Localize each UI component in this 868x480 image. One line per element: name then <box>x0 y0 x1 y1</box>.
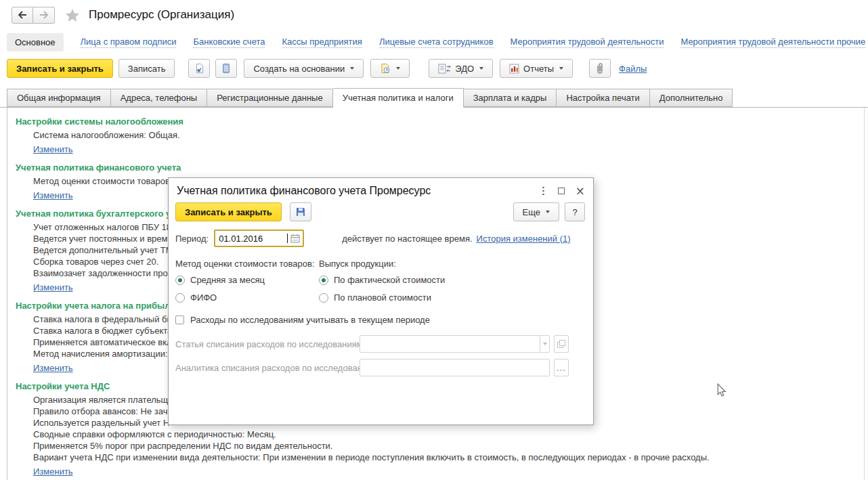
open-list-icon <box>557 339 566 349</box>
dialog-more-button[interactable]: Еще <box>513 202 559 221</box>
create-based-on-button[interactable]: Создать на основании <box>244 59 364 78</box>
production-output-group: Выпуск продукции: По фактической стоимос… <box>319 259 462 310</box>
reminder-menu-button[interactable] <box>370 59 410 78</box>
dialog-toolbar: Записать и закрыть Еще ? <box>169 197 593 221</box>
tab-general-info[interactable]: Общая информация <box>7 89 111 107</box>
section-text: Применяется 5% порог при распределении Н… <box>33 440 864 452</box>
calendar-picker-button[interactable] <box>288 231 303 246</box>
history-nav <box>12 7 55 24</box>
change-link[interactable]: Изменить <box>33 144 73 154</box>
mouse-cursor-icon <box>716 383 726 399</box>
radio-label: Средняя за месяц <box>190 275 265 285</box>
form-header: Промресурс (Организация) <box>0 0 868 30</box>
period-input[interactable]: 01.01.2016 <box>214 230 304 247</box>
document-arrow-icon <box>194 63 204 74</box>
page-title: Промресурс (Организация) <box>89 8 234 22</box>
chevron-down-icon <box>479 67 483 70</box>
dialog-help-button[interactable]: ? <box>565 202 585 221</box>
section-title: Настройки системы налогообложения <box>16 116 864 127</box>
expense-item-input[interactable] <box>360 335 540 353</box>
reread-button[interactable] <box>188 59 210 78</box>
dialog-menu-button[interactable] <box>540 186 547 197</box>
change-link[interactable]: Изменить <box>33 190 73 200</box>
nav-link-cash-desks[interactable]: Кассы предприятия <box>282 37 362 48</box>
tab-registration-data[interactable]: Регистрационные данные <box>207 89 332 107</box>
expense-item-label: Статья списания расходов по исследования… <box>175 339 360 349</box>
nav-link-labor-events-other[interactable]: Мероприятия трудовой деятельности прочие <box>680 37 865 48</box>
change-link[interactable]: Изменить <box>33 363 73 373</box>
reports-menu-button[interactable]: Отчеты <box>500 59 573 78</box>
period-label: Период: <box>175 234 209 244</box>
forward-button[interactable] <box>33 7 55 24</box>
chevron-down-icon <box>546 211 550 213</box>
nav-link-signers[interactable]: Лица с правом подписи <box>81 37 177 48</box>
attach-file-button[interactable] <box>589 59 611 78</box>
analytics-select-button[interactable]: ... <box>554 359 569 376</box>
dialog-maximize-button[interactable] <box>558 188 565 194</box>
nav-link-labor-events[interactable]: Мероприятия трудовой деятельности <box>511 37 664 48</box>
section-tax-system: Настройки системы налогообложения Систем… <box>16 116 864 159</box>
dialog-save-and-close-button[interactable]: Записать и закрыть <box>175 202 282 221</box>
save-and-close-button[interactable]: Записать и закрыть <box>7 59 113 78</box>
radio-selected-icon <box>175 276 185 285</box>
favorite-star-icon[interactable] <box>65 8 80 22</box>
dialog-close-button[interactable]: × <box>576 186 585 197</box>
radio-unselected-icon <box>319 293 328 303</box>
radio-unselected-icon <box>175 293 185 303</box>
research-fields: Статья списания расходов по исследования… <box>169 335 593 376</box>
related-documents-button[interactable] <box>215 59 237 78</box>
dialog-save-button[interactable] <box>290 202 311 221</box>
research-expenses-checkbox-row[interactable]: Расходы по исследованиям учитывать в тек… <box>169 315 593 325</box>
database-icon <box>221 63 231 74</box>
more-label: Еще <box>523 207 540 217</box>
expense-item-row: Статья списания расходов по исследования… <box>169 335 593 353</box>
history-of-changes-link[interactable]: История изменений (1) <box>477 234 571 244</box>
tab-addresses[interactable]: Адреса, телефоны <box>111 89 208 107</box>
change-link[interactable]: Изменить <box>33 466 73 477</box>
dialog-window-buttons: × <box>540 186 585 197</box>
expense-item-dropdown-button[interactable] <box>540 335 550 353</box>
section-text: Сводные справки оформляются с периодично… <box>33 429 864 440</box>
radio-average-month[interactable]: Средняя за месяц <box>175 275 319 285</box>
dialog-titlebar: Учетная политика финансового учета Промр… <box>169 178 593 197</box>
back-button[interactable] <box>12 7 33 24</box>
floppy-disk-icon <box>295 206 306 217</box>
nav-link-employee-accounts[interactable]: Лицевые счета сотрудников <box>379 37 494 48</box>
edo-exchange-icon <box>438 64 451 74</box>
chevron-down-icon <box>559 67 563 70</box>
nav-link-bank-accounts[interactable]: Банковские счета <box>193 37 265 48</box>
radio-fifo[interactable]: ФИФО <box>175 292 319 303</box>
nav-item-main[interactable]: Основное <box>7 33 64 51</box>
financial-policy-dialog: Учетная политика финансового учета Промр… <box>168 177 594 425</box>
report-chart-icon <box>509 64 519 74</box>
tab-bar: Общая информация Адреса, телефоны Регист… <box>0 88 868 108</box>
navigation-panel: Основное Лица с правом подписи Банковски… <box>0 30 868 54</box>
tab-print-settings[interactable]: Настройка печати <box>557 89 649 107</box>
chevron-down-icon <box>350 67 354 70</box>
section-text: Вариант учета НДС при изменении вида дея… <box>33 452 864 463</box>
tab-accounting-policy[interactable]: Учетная политика и налоги <box>333 88 464 108</box>
files-link[interactable]: Файлы <box>619 64 647 74</box>
analytics-row: Аналитика списания расходов по исследова… <box>169 359 593 376</box>
expense-item-open-button[interactable] <box>554 335 569 353</box>
save-button[interactable]: Записать <box>118 59 175 78</box>
maximize-icon <box>558 188 565 194</box>
tab-additional[interactable]: Дополнительно <box>650 89 733 107</box>
edo-menu-button[interactable]: ЭДО <box>429 59 493 78</box>
paperclip-icon <box>595 62 605 74</box>
change-link[interactable]: Изменить <box>33 282 73 292</box>
radio-groups: Метод оценки стоимости товаров: Средняя … <box>169 259 593 310</box>
radio-planned-cost[interactable]: По плановой стоимости <box>319 292 462 303</box>
period-row: Период: 01.01.2016 действует по настояще… <box>169 230 593 247</box>
tab-salary-hr[interactable]: Зарплата и кадры <box>464 89 557 107</box>
analytics-label: Аналитика списания расходов по исследова… <box>175 363 360 373</box>
radio-actual-cost[interactable]: По фактической стоимости <box>319 275 462 285</box>
calendar-icon <box>290 234 300 243</box>
close-icon: × <box>576 186 585 197</box>
goods-valuation-group: Метод оценки стоимости товаров: Средняя … <box>175 259 319 310</box>
section-title: Учетная политика финансового учета <box>16 162 864 173</box>
arrow-right-icon <box>39 11 49 19</box>
production-output-label: Выпуск продукции: <box>319 259 462 269</box>
period-value: 01.01.2016 <box>215 234 286 244</box>
analytics-input[interactable] <box>360 359 550 376</box>
